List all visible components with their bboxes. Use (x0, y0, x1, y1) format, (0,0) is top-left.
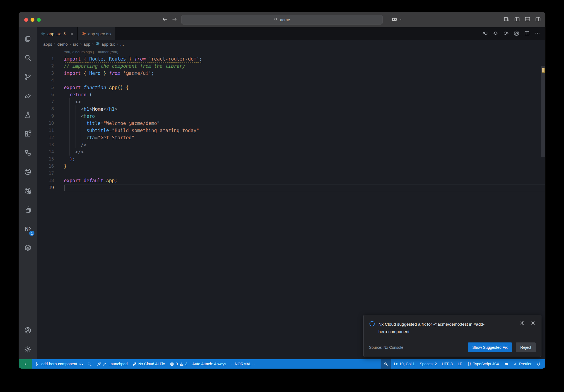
more-actions-button[interactable] (535, 30, 540, 37)
code-line-12[interactable]: 12cta="Get Started" (37, 134, 545, 141)
scrollbar-slider[interactable] (541, 66, 545, 157)
status-eol[interactable]: LF (455, 359, 465, 369)
status-indentation[interactable]: Spaces: 2 (417, 359, 439, 369)
nx-graph-run-button[interactable] (514, 30, 519, 37)
code-line-4[interactable]: 4 (37, 77, 545, 84)
tab-close-icon[interactable] (70, 32, 74, 36)
code-line-19[interactable]: 19 (37, 184, 545, 191)
status-copilot-status[interactable] (502, 359, 511, 369)
status-nx-cloud-ai-fix[interactable]: Nx Cloud AI Fix (130, 359, 167, 369)
history-back-button[interactable] (162, 17, 167, 23)
command-center-search[interactable]: acme (181, 15, 383, 24)
code-line-10[interactable]: 10title="Welcmoe @acme/demo" (37, 120, 545, 127)
activity-item-extensions[interactable] (19, 125, 37, 144)
nav-current-change-button[interactable] (493, 30, 498, 37)
status-gitlens-compare[interactable] (85, 359, 94, 369)
reject-button[interactable]: Reject (516, 342, 536, 352)
code-line-16[interactable]: 16} (37, 163, 545, 170)
tab-problem-badge: 3 (63, 31, 66, 36)
status-encoding[interactable]: UTF-8 (439, 359, 455, 369)
status-label: 3 (185, 362, 188, 366)
status-problems[interactable]: 03 (167, 359, 190, 369)
status-cursor-position[interactable]: Ln 19, Col 1 (391, 359, 417, 369)
code-line-9[interactable]: 9<Hero (37, 113, 545, 120)
copilot-menu[interactable] (391, 12, 402, 27)
status-remote-indicator[interactable] (19, 359, 32, 369)
status-notifications-bell[interactable] (534, 359, 543, 369)
nav-next-change-button[interactable] (503, 30, 509, 37)
line-content: import { Hero } from '@acme/ui'; (64, 70, 545, 77)
nav-previous-change-button[interactable] (482, 30, 488, 37)
code-line-1[interactable]: 1import { Route, Routes } from 'react-ro… (37, 55, 545, 62)
customize-layout-button[interactable] (504, 16, 509, 23)
show-suggested-fix-button[interactable]: Show Suggested Fix (468, 342, 512, 352)
activity-item-containers[interactable] (19, 239, 37, 258)
tab-bar: app.tsx3app.spec.tsx (37, 27, 545, 40)
toggle-primary-sidebar-button[interactable] (514, 16, 520, 23)
activity-item-project-hierarchy[interactable] (19, 144, 37, 163)
status-language-mode[interactable]: {}TypeScript JSX (465, 359, 502, 369)
status-zoom-indicator[interactable] (381, 359, 391, 369)
breadcrumb-item-apps[interactable]: apps (43, 42, 52, 47)
line-number: 10 (37, 120, 54, 127)
activity-item-nx-graph-search[interactable] (19, 182, 37, 201)
status-vim-mode[interactable]: -- NORMAL -- (229, 359, 257, 369)
code-line-7[interactable]: 7<> (37, 98, 545, 105)
status-git-branch[interactable]: add-hero-component (33, 359, 85, 369)
code-line-18[interactable]: 18export default App; (37, 177, 545, 184)
code-line-2[interactable]: 2// importing the component from the lib… (37, 62, 545, 70)
code-line-11[interactable]: 11subtitle="Build something amazing toda… (37, 127, 545, 134)
code-line-3[interactable]: 3import { Hero } from '@acme/ui'; (37, 70, 545, 77)
activity-bar: N1 (19, 27, 37, 359)
line-content: export default App; (64, 177, 545, 184)
chevron-down-icon (399, 17, 402, 22)
breadcrumb-item--[interactable]: … (120, 42, 124, 47)
activity-item-nx-console[interactable]: N1 (19, 220, 37, 239)
activity-item-run-and-debug[interactable] (19, 87, 37, 106)
activity-item-testing[interactable] (19, 106, 37, 125)
activity-item-edge-browser[interactable] (19, 201, 37, 220)
maximize-window-button[interactable] (37, 18, 41, 22)
tab-app-spec-tsx[interactable]: app.spec.tsx (78, 27, 115, 40)
line-content (64, 170, 545, 177)
breadcrumb-item-src[interactable]: src (73, 42, 78, 47)
code-line-14[interactable]: 14</> (37, 148, 545, 156)
notification-count-badge: 1 (29, 231, 34, 236)
code-editor[interactable]: 1import { Route, Routes } from 'react-ro… (37, 55, 545, 359)
breadcrumb-item-app[interactable]: app (83, 42, 90, 47)
line-number: 7 (37, 98, 54, 105)
status-label: Auto Attach: Always (192, 362, 226, 366)
activity-item-settings[interactable] (19, 340, 37, 359)
code-line-13[interactable]: 13/> (37, 141, 545, 148)
files-icon (24, 35, 31, 43)
line-number: 4 (37, 77, 54, 84)
notification-settings-gear-icon[interactable] (520, 320, 525, 327)
activity-item-accounts[interactable] (19, 321, 37, 340)
breadcrumb-item-demo[interactable]: demo (57, 42, 68, 47)
activity-item-nx-graph[interactable] (19, 163, 37, 182)
activity-item-source-control[interactable] (19, 68, 37, 87)
status-launchpad[interactable]: Launchpad (94, 359, 130, 369)
status-auto-attach[interactable]: Auto Attach: Always (190, 359, 229, 369)
code-line-6[interactable]: 6return ( (37, 91, 545, 98)
edge-icon (24, 206, 32, 215)
line-content: </> (64, 148, 545, 156)
tab-app-tsx[interactable]: app.tsx3 (37, 27, 78, 40)
history-forward-button[interactable] (172, 17, 177, 23)
code-line-8[interactable]: 8<h1>Home</h1> (37, 105, 545, 113)
status-prettier[interactable]: Prettier (511, 359, 534, 369)
editor-scrollbar[interactable] (541, 55, 545, 359)
toggle-panel-button[interactable] (525, 16, 530, 23)
close-window-button[interactable] (24, 18, 28, 22)
breadcrumb-separator: › (92, 42, 94, 46)
activity-item-explorer[interactable] (19, 30, 37, 49)
split-editor-button[interactable] (524, 30, 530, 37)
code-line-17[interactable]: 17 (37, 170, 545, 177)
minimize-window-button[interactable] (31, 18, 34, 22)
code-line-15[interactable]: 15); (37, 156, 545, 163)
code-line-5[interactable]: 5export function App() { (37, 84, 545, 91)
breadcrumb-item-app-tsx[interactable]: app.tsx (102, 42, 115, 47)
toggle-secondary-sidebar-button[interactable] (535, 16, 541, 23)
activity-item-search[interactable] (19, 49, 37, 68)
notification-close-icon[interactable] (530, 320, 536, 327)
